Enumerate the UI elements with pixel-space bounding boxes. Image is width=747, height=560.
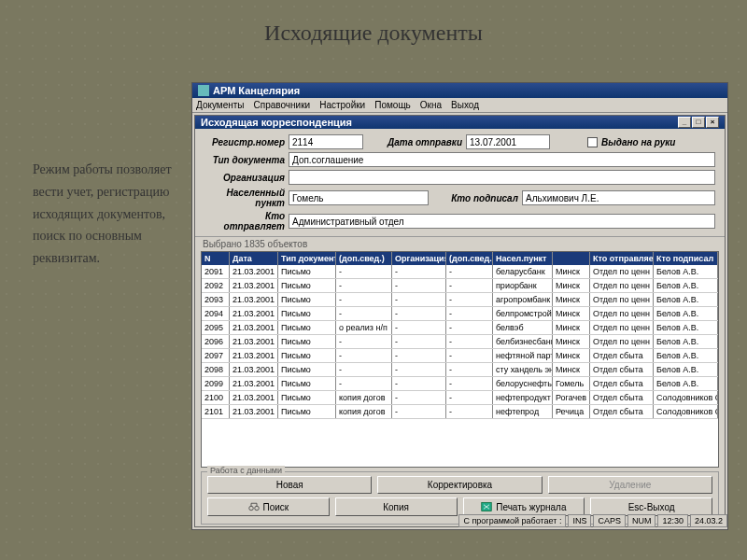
cell: 21.03.2001 [230, 391, 278, 404]
sub-titlebar[interactable]: Исходящая корреспонденция _ □ × [195, 116, 725, 129]
table-row[interactable]: 209621.03.2001Письмо---белбизнесбанкМинс… [202, 335, 718, 349]
reg-num-field[interactable] [289, 134, 363, 149]
table-row[interactable]: 210121.03.2001Письмокопия догов--нефтепр… [202, 405, 718, 419]
cell: - [336, 349, 392, 362]
data-grid: N Дата Тип документа (доп.свед.) Организ… [201, 251, 719, 468]
menu-documents[interactable]: Документы [196, 100, 245, 110]
search-button[interactable]: Поиск [207, 497, 330, 516]
print-button[interactable]: Печать журнала [463, 497, 585, 516]
cell: Минск [553, 335, 590, 348]
cell: 2093 [202, 293, 230, 306]
cell: 2091 [202, 265, 230, 278]
cell: 2098 [202, 363, 230, 376]
doc-type-field[interactable] [289, 152, 715, 167]
cell: Отдел по ценн [590, 279, 654, 292]
search-label: Поиск [263, 502, 289, 512]
cell: Письмо [278, 391, 336, 404]
cell: 2099 [202, 377, 230, 390]
cell: Солодовников С.Л. [654, 391, 718, 404]
cell: Белов А.В. [654, 377, 718, 390]
cell: 21.03.2001 [230, 265, 278, 278]
cell: 2097 [202, 349, 230, 362]
hand-checkbox[interactable] [587, 137, 598, 147]
cell: - [446, 363, 493, 376]
cell: 21.03.2001 [230, 335, 278, 348]
copy-button[interactable]: Копия [335, 497, 458, 516]
cell: - [336, 279, 392, 292]
cell: 2092 [202, 279, 230, 292]
cell: Белов А.В. [654, 279, 718, 292]
menu-windows[interactable]: Окна [420, 100, 442, 110]
cell: Белов А.В. [654, 363, 718, 376]
doc-type-label: Тип документа [204, 155, 289, 165]
table-row[interactable]: 209221.03.2001Письмо---приорбанкМинскОтд… [202, 279, 718, 293]
menubar: Документы Справочники Настройки Помощь О… [192, 98, 727, 113]
menu-help[interactable]: Помощь [374, 100, 411, 110]
table-row[interactable]: 210021.03.2001Письмокопия догов--нефтепр… [202, 391, 718, 405]
city-field[interactable] [289, 190, 429, 205]
col-sender[interactable]: Кто отправляет [590, 252, 654, 265]
cell: - [336, 293, 392, 306]
signer-field[interactable] [522, 190, 715, 205]
col-city[interactable]: Насел.пункт [493, 252, 553, 265]
cell: Отдел по ценн [590, 321, 654, 334]
cell: Письмо [278, 279, 336, 292]
maximize-icon[interactable]: □ [692, 117, 705, 128]
sender-label: Кто отправляет [204, 211, 289, 231]
table-row[interactable]: 209421.03.2001Письмо---белпромстройМинск… [202, 307, 718, 321]
grid-body[interactable]: 209121.03.2001Письмо---беларусбанкМинскО… [202, 265, 718, 467]
menu-refs[interactable]: Справочники [254, 100, 311, 110]
org-field[interactable] [289, 170, 715, 185]
sender-field[interactable] [289, 214, 715, 229]
cell: Минск [553, 363, 590, 376]
titlebar[interactable]: АРМ Канцелярия [192, 83, 727, 98]
new-button[interactable]: Новая [207, 476, 372, 494]
status-user: С программой работает : [458, 514, 566, 527]
sub-title: Исходящая корреспонденция [201, 117, 352, 128]
col-extra1[interactable]: (доп.свед.) [336, 252, 392, 265]
cell: - [446, 377, 493, 390]
table-row[interactable]: 209721.03.2001Письмо---нефтяной партМинс… [202, 349, 718, 363]
col-date[interactable]: Дата [230, 252, 278, 265]
cell: - [446, 321, 493, 334]
hand-label: Выдано на руки [598, 137, 679, 147]
table-row[interactable]: 209921.03.2001Письмо---белоруснефтьГомел… [202, 377, 718, 391]
table-row[interactable]: 209121.03.2001Письмо---беларусбанкМинскО… [202, 265, 718, 279]
menu-exit[interactable]: Выход [451, 100, 479, 110]
date-field[interactable] [466, 134, 550, 149]
reg-num-label: Регистр.номер [204, 137, 289, 147]
edit-button[interactable]: Корректировка [377, 476, 542, 494]
table-row[interactable]: 209321.03.2001Письмо---агропромбанкМинск… [202, 293, 718, 307]
col-place[interactable] [553, 252, 590, 265]
col-signer[interactable]: Кто подписал [654, 252, 718, 265]
cell: - [392, 293, 446, 306]
col-n[interactable]: N [202, 252, 230, 265]
cell: Минск [553, 265, 590, 278]
cell: Минск [553, 307, 590, 320]
cell: сту хандель эн [493, 363, 553, 376]
table-row[interactable]: 209521.03.2001Письмоо реализ н/п--белвэб… [202, 321, 718, 335]
cell: нефтяной парт [493, 349, 553, 362]
cell: - [336, 363, 392, 376]
delete-button[interactable]: Удаление [548, 476, 712, 494]
menu-settings[interactable]: Настройки [319, 100, 365, 110]
cell: Письмо [278, 363, 336, 376]
statusbar: С программой работает : INS CAPS NUM 12:… [458, 514, 727, 527]
table-row[interactable]: 209821.03.2001Письмо---сту хандель энМин… [202, 363, 718, 377]
col-extra2[interactable]: (доп.свед.) [446, 252, 493, 265]
cell: - [392, 391, 446, 404]
org-label: Организация [204, 173, 289, 183]
status-ins: INS [568, 514, 591, 527]
cell: Письмо [278, 307, 336, 320]
close-icon[interactable]: × [706, 117, 719, 128]
minimize-icon[interactable]: _ [678, 117, 691, 128]
child-window: Исходящая корреспонденция _ □ × Регистр.… [194, 115, 726, 527]
col-type[interactable]: Тип документа [278, 252, 336, 265]
cell: Гомель [553, 377, 590, 390]
status-time: 12:30 [657, 514, 688, 527]
col-org[interactable]: Организация [392, 252, 446, 265]
exit-button[interactable]: Esc-Выход [590, 497, 712, 516]
app-icon [198, 85, 209, 96]
cell: копия догов [336, 391, 392, 404]
cell: Отдел по ценн [590, 307, 654, 320]
